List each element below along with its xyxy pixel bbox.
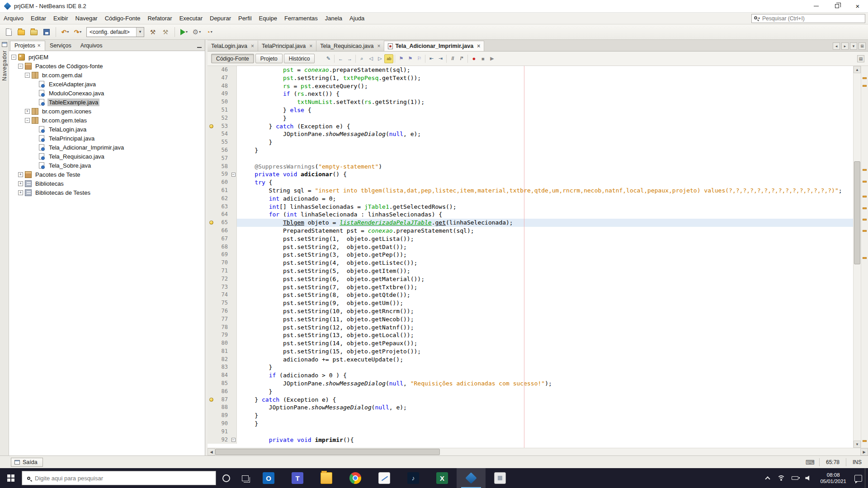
warning-bulb-icon[interactable] — [209, 124, 213, 128]
line-number[interactable]: 77 — [216, 315, 230, 324]
code-line-89[interactable]: 89 } — [208, 412, 853, 420]
code-line-92[interactable]: 92− private void imprimir(){ — [208, 436, 853, 444]
editor-tab-telalogin-java[interactable]: TelaLogin.java× — [208, 41, 258, 51]
show-desktop-button[interactable] — [865, 468, 868, 488]
menu-exibir[interactable]: Exibir — [50, 13, 72, 24]
tree-node-tela-sobre-java[interactable]: Tela_Sobre.java — [9, 161, 205, 170]
taskbar-app-explorer[interactable] — [312, 468, 341, 488]
code-line-47[interactable]: 47 pst.setString(1, txtPepPesq.getText()… — [208, 74, 853, 82]
code-line-91[interactable]: 91 — [208, 428, 853, 436]
line-number[interactable]: 71 — [216, 267, 230, 275]
redo-button[interactable]: ↷▾ — [72, 26, 84, 38]
code-line-61[interactable]: 61 String sql = "insert into tblgem(list… — [208, 187, 853, 195]
line-number[interactable]: 81 — [216, 347, 230, 356]
tree-node-br-com-gem-icones[interactable]: +br.com.gem.icones — [9, 107, 205, 116]
code-line-69[interactable]: 69 pst.setString(3, objeto.getPep()); — [208, 251, 853, 259]
code-line-72[interactable]: 72 pst.setString(6, objeto.getMaterial()… — [208, 275, 853, 283]
code-line-85[interactable]: 85 JOptionPane.showMessageDialog(null, "… — [208, 380, 853, 388]
line-number[interactable]: 63 — [216, 203, 230, 211]
forward-icon[interactable]: → — [345, 54, 354, 63]
new-file-button[interactable] — [3, 26, 14, 38]
cortana-button[interactable] — [216, 468, 236, 488]
taskbar-app-netbeans[interactable] — [457, 468, 486, 488]
line-number[interactable]: 54 — [216, 130, 230, 138]
close-button[interactable]: × — [847, 0, 868, 12]
run-project-button[interactable]: ▾ — [178, 26, 190, 38]
code-line-49[interactable]: 49 if (rs.next()) { — [208, 90, 853, 98]
code-line-88[interactable]: 88 JOptionPane.showMessageDialog(null, e… — [208, 404, 853, 412]
code-line-71[interactable]: 71 pst.setString(5, objeto.getItem()); — [208, 267, 853, 275]
line-number[interactable]: 55 — [216, 138, 230, 146]
tree-node-telaprincipal-java[interactable]: TelaPrincipal.java — [9, 134, 205, 143]
line-number[interactable]: 84 — [216, 371, 230, 380]
code-line-52[interactable]: 52 } — [208, 114, 853, 122]
action-center-button[interactable] — [851, 468, 865, 488]
line-number[interactable]: 75 — [216, 299, 230, 307]
line-number[interactable]: 86 — [216, 388, 230, 396]
line-number[interactable]: 79 — [216, 331, 230, 339]
code-line-53[interactable]: 53 } catch (Exception e) { — [208, 122, 853, 131]
collapse-handle[interactable]: − — [25, 118, 30, 123]
code-line-83[interactable]: 83 } — [208, 363, 853, 371]
warning-mark[interactable] — [863, 169, 867, 171]
code-line-87[interactable]: 87 } catch (Exception e) { — [208, 396, 853, 404]
save-all-button[interactable] — [41, 26, 52, 38]
uncomment-icon[interactable]: /* — [457, 54, 466, 63]
close-icon[interactable]: × — [309, 43, 312, 49]
warning-mark[interactable] — [863, 181, 867, 183]
line-number[interactable]: 56 — [216, 146, 230, 155]
code-line-62[interactable]: 62 int adicionado = 0; — [208, 195, 853, 203]
menu-ajuda[interactable]: Ajuda — [346, 13, 368, 24]
line-number[interactable]: 62 — [216, 195, 230, 203]
code-line-79[interactable]: 79 pst.setString(13, objeto.getLocal()); — [208, 331, 853, 339]
code-line-70[interactable]: 70 pst.setString(4, objeto.getListec()); — [208, 259, 853, 267]
code-line-48[interactable]: 48 rs = pst.executeQuery(); — [208, 82, 853, 90]
warning-mark[interactable] — [863, 196, 867, 197]
tree-node-moduloconexao-java[interactable]: ModuloConexao.java — [9, 89, 205, 98]
expand-handle[interactable]: + — [18, 181, 23, 186]
shift-left-icon[interactable]: ⇤ — [427, 54, 436, 63]
volume-status[interactable] — [802, 468, 815, 488]
find-selection-icon[interactable]: ⌕ — [357, 54, 366, 63]
line-number[interactable]: 48 — [216, 82, 230, 90]
code-line-68[interactable]: 68 pst.setString(2, objeto.getDat()); — [208, 243, 853, 251]
taskbar-app-teams[interactable]: T — [283, 468, 312, 488]
maximize-editor-icon[interactable]: ⊞ — [859, 42, 866, 50]
line-number[interactable]: 80 — [216, 339, 230, 347]
taskbar-app-paint[interactable] — [486, 468, 514, 488]
line-number[interactable]: 70 — [216, 259, 230, 267]
find-previous-icon[interactable]: ◁ — [366, 54, 375, 63]
code-line-67[interactable]: 67 pst.setString(1, objeto.getLista()); — [208, 235, 853, 243]
code-line-77[interactable]: 77 pst.setString(11, objeto.getNecob()); — [208, 315, 853, 324]
taskbar-app-chrome[interactable] — [341, 468, 370, 488]
scroll-tabs-left-icon[interactable]: ◂ — [833, 42, 840, 50]
menu-arquivo[interactable]: Arquivo — [0, 13, 27, 24]
warning-mark[interactable] — [863, 219, 867, 221]
run-macro-icon[interactable]: ▶ — [487, 54, 496, 63]
error-stripe[interactable] — [861, 66, 868, 448]
debug-project-button[interactable]: ⚙▾ — [191, 26, 203, 38]
line-number[interactable]: 65 — [216, 219, 230, 227]
scroll-right-icon[interactable]: ▶ — [860, 448, 868, 455]
find-next-icon[interactable]: ▷ — [375, 54, 384, 63]
view-hist-rico[interactable]: Histórico — [284, 54, 315, 63]
navigator-dock-tab[interactable]: Navegador — [1, 50, 8, 81]
line-number[interactable]: 49 — [216, 90, 230, 98]
view-projeto[interactable]: Projeto — [255, 54, 283, 63]
taskbar-app-excel[interactable]: X — [428, 468, 457, 488]
menu-equipe[interactable]: Equipe — [255, 13, 281, 24]
code-line-74[interactable]: 74 pst.setString(8, objeto.getQtde()); — [208, 291, 853, 299]
code-line-63[interactable]: 63 int[] linhasSelecionadas = jTable1.ge… — [208, 203, 853, 211]
new-project-button[interactable] — [15, 26, 27, 38]
line-number[interactable]: 58 — [216, 163, 230, 171]
line-number[interactable]: 76 — [216, 307, 230, 315]
tree-node-tableexample-java[interactable]: TableExample.java — [9, 98, 205, 107]
tree-node-bibliotecas-de-testes[interactable]: +Bibliotecas de Testes — [9, 188, 205, 197]
run-configuration-select[interactable]: <config. default> ▼ — [86, 27, 144, 37]
code-line-58[interactable]: 58 @SuppressWarnings("empty-statement") — [208, 163, 853, 171]
scroll-up-icon[interactable]: ▲ — [854, 66, 861, 73]
code-line-86[interactable]: 86 } — [208, 388, 853, 396]
code-line-84[interactable]: 84 if (adicionado > 0 ) { — [208, 371, 853, 380]
panel-tab-projetos[interactable]: Projetos× — [10, 41, 45, 51]
tree-node-br-com-gem-telas[interactable]: −br.com.gem.telas — [9, 116, 205, 125]
